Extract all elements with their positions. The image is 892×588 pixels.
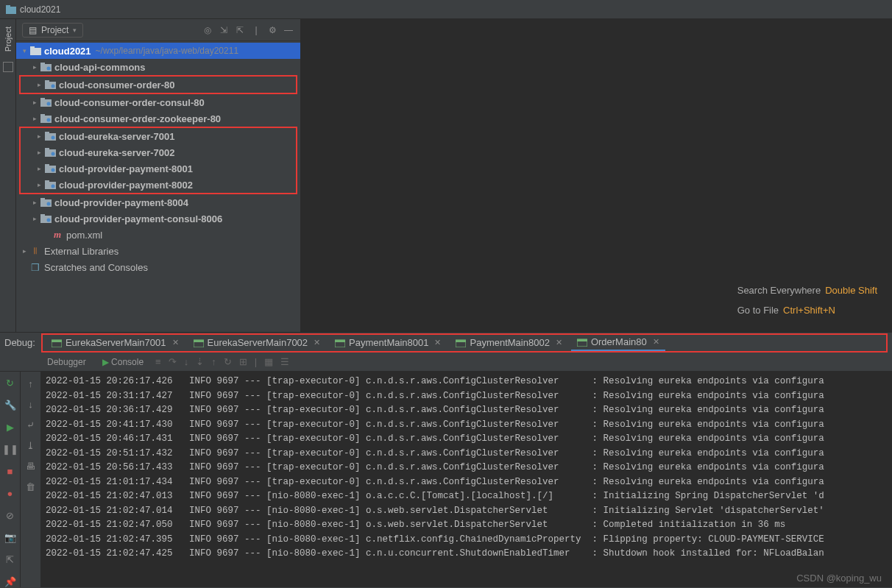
pin-icon[interactable]: 📌 [4,575,16,587]
run-configurations-tabs: EurekaServerMain7001✕EurekaServerMain700… [41,333,888,353]
tree-module[interactable]: cloud-consumer-order-zookeeper-80 [16,110,300,127]
tree-scratches[interactable]: ❒Scratches and Consoles [16,259,300,275]
rerun-icon[interactable]: ↻ [4,378,16,389]
stop-icon[interactable]: ■ [4,466,16,478]
settings-icon[interactable]: ☰ [280,356,289,367]
scroll-end-icon[interactable]: ⤓ [25,439,37,451]
svg-rect-14 [40,114,45,117]
hint-gotofile-label: Go to File [737,305,779,316]
step-over-icon[interactable]: ↷ [169,356,177,367]
tree-module[interactable]: cloud-provider-payment-8001 [21,160,296,177]
close-icon[interactable]: ✕ [653,337,659,347]
svg-rect-39 [335,340,345,342]
layout-icon[interactable]: ▦ [264,356,273,367]
toolbar-icon[interactable]: ≡ [155,356,161,367]
run-to-cursor-icon[interactable]: ↻ [224,356,232,367]
app-icon [6,5,16,14]
up-icon[interactable]: ↑ [25,378,37,389]
svg-point-21 [51,152,54,156]
svg-rect-43 [577,339,587,341]
collapse-all-icon[interactable]: ⇱ [234,24,246,36]
debug-side-toolbar-2: ↑ ↓ ⤶ ⤓ 🖶 🗑 [21,372,41,587]
run-tab[interactable]: OrderMain80✕ [571,334,665,351]
evaluate-icon[interactable]: ⊞ [239,356,247,367]
svg-rect-20 [45,148,49,151]
tree-module[interactable]: cloud-eureka-server-7002 [21,144,296,160]
console-area: ↻ 🔧 ▶ ❚❚ ■ ● ⊘ 📷 ⇱ 📌 ↑ ↓ ⤶ ⤓ 🖶 🗑 2022-01… [0,372,892,587]
view-breakpoints-icon[interactable]: ● [4,488,16,500]
run-tab[interactable]: PaymentMain8001✕ [329,335,447,350]
svg-point-30 [46,202,50,206]
hint-search-label: Search Everywhere [737,285,821,296]
mute-breakpoints-icon[interactable]: ⊘ [4,509,16,521]
debug-label: Debug: [4,337,35,348]
divider: | [250,24,262,36]
tree-module[interactable]: cloud-provider-payment-8002 [21,177,296,193]
pause-icon[interactable]: ❚❚ [4,444,16,456]
project-panel: ▤ Project ▾ ◎ ⇲ ⇱ | ⚙ — cloud2021~/wxp/l… [16,19,301,332]
expand-all-icon[interactable]: ⇲ [218,24,230,36]
svg-rect-11 [40,98,45,101]
hint-gotofile-key: Ctrl+Shift+N [783,305,835,316]
window-title: cloud2021 [20,4,60,15]
print-icon[interactable]: 🖶 [25,460,37,472]
chevron-down-icon: ▾ [73,26,77,34]
editor-area: Search EverywhereDouble Shift Go to File… [301,19,892,332]
project-view-selector[interactable]: ▤ Project ▾ [22,23,83,38]
svg-rect-17 [45,132,49,135]
close-icon[interactable]: ✕ [434,338,441,347]
hide-icon[interactable]: — [283,24,294,36]
svg-point-18 [51,136,54,140]
close-icon[interactable]: ✕ [314,338,320,347]
close-icon[interactable]: ✕ [172,338,179,347]
project-panel-title: Project [41,25,68,35]
svg-rect-37 [194,340,204,342]
tree-module[interactable]: cloud-provider-payment-consul-8006 [16,210,300,227]
svg-rect-32 [40,214,45,217]
gear-icon[interactable]: ⚙ [266,24,278,36]
debugger-tab[interactable]: Debugger [43,355,91,369]
project-tool-tab[interactable]: Project [2,24,14,54]
svg-rect-3 [30,46,35,49]
close-icon[interactable]: ✕ [556,338,562,347]
tree-module[interactable]: cloud-eureka-server-7001 [21,128,296,144]
step-into-icon[interactable]: ↓ [184,356,189,367]
title-bar: cloud2021 [0,0,892,19]
tree-module[interactable]: cloud-api-commons [16,59,300,75]
svg-rect-41 [456,340,466,342]
structure-tool-icon[interactable] [3,62,13,72]
run-tab[interactable]: EurekaServerMain7001✕ [46,335,185,350]
force-step-icon[interactable]: ⇣ [196,356,204,367]
layout-settings-icon[interactable]: ⇱ [4,553,16,565]
svg-point-6 [46,67,50,71]
camera-icon[interactable]: 📷 [4,531,16,543]
clear-icon[interactable]: 🗑 [25,481,37,492]
soft-wrap-icon[interactable]: ⤶ [25,419,37,431]
down-icon[interactable]: ↓ [25,398,37,410]
console-output[interactable]: 2022-01-15 20:26:17.426 INFO 9697 --- [t… [41,372,892,587]
svg-point-27 [51,185,54,188]
debug-tab-bar: Debug: EurekaServerMain7001✕EurekaServer… [0,332,892,353]
console-tab[interactable]: ▶ Console [98,355,148,369]
svg-rect-35 [52,340,62,342]
debug-side-toolbar-1: ↻ 🔧 ▶ ❚❚ ■ ● ⊘ 📷 ⇱ 📌 [0,372,21,587]
tree-module[interactable]: cloud-provider-payment-8004 [16,194,300,210]
svg-rect-8 [45,80,49,83]
svg-point-12 [46,102,50,106]
locate-icon[interactable]: ◎ [202,24,213,36]
tree-root[interactable]: cloud2021~/wxp/learn/java/java-web/day20… [16,43,300,59]
resume-icon[interactable]: ▶ [4,422,16,433]
svg-rect-5 [40,63,45,65]
tree-external-libs[interactable]: ⫴External Libraries [16,243,300,259]
project-tree[interactable]: cloud2021~/wxp/learn/java/java-web/day20… [16,41,300,332]
modify-run-icon[interactable]: 🔧 [4,400,16,411]
run-tab[interactable]: EurekaServerMain7002✕ [188,335,327,350]
svg-point-9 [51,85,54,88]
step-out-icon[interactable]: ↑ [211,356,216,367]
tree-module[interactable]: cloud-consumer-order-consul-80 [16,94,300,110]
run-tab[interactable]: PaymentMain8002✕ [450,335,567,350]
tree-file[interactable]: mpom.xml [16,227,300,243]
svg-point-24 [51,169,54,172]
tree-module[interactable]: cloud-consumer-order-80 [21,77,296,93]
svg-rect-23 [45,164,49,167]
